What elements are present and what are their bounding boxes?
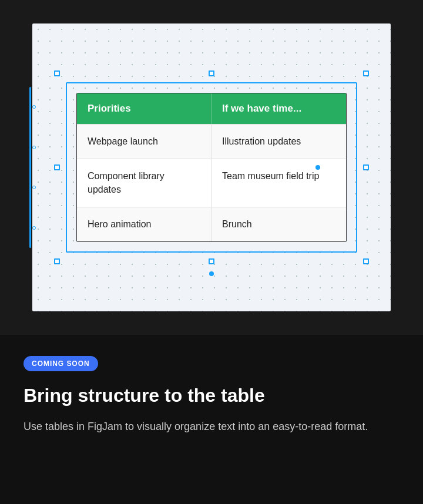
page-title: Bring structure to the table (24, 384, 400, 406)
canvas-area: Priorities If we have time... Webpage la… (0, 0, 423, 335)
handle-bottom-mid[interactable] (209, 258, 214, 264)
canvas-right-dot (315, 165, 320, 170)
table-row: Webpage launch Illustration updates (77, 124, 346, 159)
handle-mid-left[interactable] (54, 164, 60, 170)
left-dot-1 (32, 105, 36, 109)
left-dot-4 (32, 226, 36, 230)
table-selection-wrapper: Priorities If we have time... Webpage la… (76, 93, 347, 243)
content-section: COMING SOON Bring structure to the table… (0, 335, 423, 459)
table-header-cell-2: If we have time... (212, 93, 346, 124)
handle-top-right[interactable] (363, 70, 369, 76)
table-cell-r1c2: Illustration updates (212, 125, 346, 159)
table-cell-r1c1: Webpage launch (77, 125, 212, 159)
table-row: Hero animation Brunch (77, 207, 346, 241)
handle-bottom-right[interactable] (363, 258, 369, 264)
handle-bottom-left[interactable] (54, 258, 60, 264)
canvas-dot (209, 271, 214, 276)
coming-soon-badge: COMING SOON (24, 356, 98, 371)
page-description: Use tables in FigJam to visually organiz… (24, 418, 400, 435)
left-dots (32, 87, 36, 248)
figjam-canvas: Priorities If we have time... Webpage la… (32, 23, 391, 311)
handle-top-left[interactable] (54, 70, 60, 76)
handle-mid-right[interactable] (363, 164, 369, 170)
left-dot-3 (32, 186, 36, 189)
table-row: Component library updates Team museum fi… (77, 159, 346, 207)
left-selection-bar (29, 87, 31, 248)
handle-top-mid[interactable] (209, 70, 214, 76)
table-cell-r2c2: Team museum field trip (212, 159, 346, 207)
table-cell-r3c2: Brunch (212, 207, 346, 241)
table-cell-r3c1: Hero animation (77, 207, 212, 241)
table-header-cell-1: Priorities (77, 93, 212, 124)
table-cell-r2c1: Component library updates (77, 159, 212, 207)
left-dot-2 (32, 146, 36, 149)
figjam-table[interactable]: Priorities If we have time... Webpage la… (76, 93, 347, 243)
table-header-row: Priorities If we have time... (77, 93, 346, 124)
